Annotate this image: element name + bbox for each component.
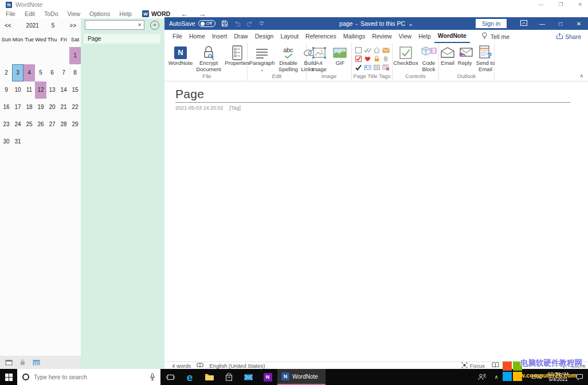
task-view-button[interactable] — [160, 369, 180, 385]
calendar-day-17[interactable]: 17 — [12, 99, 23, 116]
home-icon[interactable] — [372, 46, 381, 55]
mail-icon[interactable] — [238, 369, 258, 385]
calendar-day-16[interactable]: 16 — [1, 99, 12, 116]
tab-mailings[interactable]: Mailings — [340, 30, 369, 43]
calendar-day-26[interactable]: 26 — [35, 116, 46, 133]
menu-item-options[interactable]: Options — [85, 10, 115, 17]
microphone-icon[interactable] — [150, 373, 155, 381]
ribbon-display-options-icon[interactable] — [515, 20, 533, 27]
notes-search-input[interactable] — [85, 22, 135, 28]
calendar-year[interactable]: 2021 — [26, 22, 39, 29]
undo-icon[interactable] — [234, 21, 241, 26]
calendar-day-4[interactable]: 4 — [23, 64, 35, 81]
empty-checkbox-icon[interactable] — [354, 46, 363, 55]
menu-item-view[interactable]: View — [63, 10, 85, 17]
table-remove-icon[interactable] — [381, 63, 390, 72]
calendar-day-11[interactable]: 11 — [23, 81, 35, 99]
checked-checkbox-icon[interactable] — [354, 55, 363, 63]
calendar-day-28[interactable]: 28 — [58, 116, 69, 133]
calendar-day-3[interactable]: 3 — [12, 64, 23, 81]
window-minimize-button[interactable]: — — [538, 2, 543, 7]
word-toggle[interactable]: W WORD — [142, 10, 170, 17]
file-explorer-icon[interactable] — [199, 369, 219, 385]
calendar-day-2[interactable]: 2 — [1, 64, 12, 81]
calendar-day-22[interactable]: 22 — [69, 99, 81, 116]
sign-in-button[interactable]: Sign in — [476, 19, 507, 28]
read-mode-icon[interactable] — [492, 362, 499, 369]
language-status[interactable]: English (United States) — [209, 363, 265, 369]
calendar-day-5[interactable]: 5 — [35, 64, 46, 81]
calendar-day-13[interactable]: 13 — [46, 81, 58, 99]
tab-file[interactable]: File — [169, 30, 186, 43]
wordnote-button[interactable]: N WordNote — [167, 45, 194, 67]
calendar-prev-button[interactable]: << — [5, 22, 11, 29]
tab-wordnote[interactable]: WordNote — [434, 30, 470, 43]
calendar-day-24[interactable]: 24 — [12, 116, 23, 133]
tab-draw[interactable]: Draw — [230, 30, 252, 43]
store-icon[interactable] — [219, 369, 238, 385]
edge-icon[interactable]: e — [180, 369, 199, 385]
window-close-button[interactable]: ✕ — [578, 2, 582, 7]
tab-review[interactable]: Review — [369, 30, 395, 43]
email-button[interactable]: Email — [439, 45, 456, 67]
tag-lock-icon[interactable] — [20, 357, 25, 368]
calendar-day-9[interactable]: 9 — [1, 81, 12, 99]
save-icon[interactable] — [221, 20, 228, 27]
tell-me-button[interactable]: Tell me — [481, 32, 509, 41]
document-title-bar[interactable]: page - Saved to this PC ⌄ — [339, 20, 413, 27]
calendar-next-button[interactable]: >> — [69, 22, 76, 29]
wordnote-taskbar-button[interactable]: N WordNote — [277, 369, 326, 385]
tab-references[interactable]: References — [302, 30, 340, 43]
tab-insert[interactable]: Insert — [209, 30, 230, 43]
encrypt-document-button[interactable]: Encrypt Document — [194, 45, 223, 72]
tab-layout[interactable]: Layout — [277, 30, 302, 43]
tab-home[interactable]: Home — [186, 30, 209, 43]
taskbar-search-input[interactable] — [34, 374, 150, 380]
tab-view[interactable]: View — [395, 30, 415, 43]
clear-search-icon[interactable]: ✕ — [135, 22, 144, 28]
calendar-day-27[interactable]: 27 — [46, 116, 58, 133]
calendar-day-1[interactable]: 1 — [69, 47, 81, 64]
customize-toolbar-icon[interactable] — [259, 21, 264, 26]
word-count[interactable]: 4 words — [172, 363, 191, 369]
lock-icon[interactable] — [372, 55, 381, 63]
calendar-day-30[interactable]: 30 — [1, 133, 12, 150]
calendar-day-29[interactable]: 29 — [69, 116, 81, 133]
calendar-month[interactable]: 5 — [52, 22, 55, 29]
menu-item-edit[interactable]: Edit — [20, 10, 40, 17]
tab-help[interactable]: Help — [415, 30, 434, 43]
note-list-item[interactable]: Page — [84, 34, 160, 44]
note-window-icon[interactable] — [5, 357, 13, 368]
check-icon[interactable] — [354, 63, 363, 72]
word-close-button[interactable]: ✕ — [570, 21, 588, 27]
clock[interactable]: 10:36 AM 5/4/2021 — [544, 372, 572, 383]
calendar-day-7[interactable]: 7 — [58, 64, 69, 81]
send-to-email-button[interactable]: ? Send to Email — [473, 45, 497, 72]
calendar-day-21[interactable]: 21 — [58, 99, 69, 116]
calendar-day-23[interactable]: 23 — [1, 116, 12, 133]
show-hidden-icons-chevron[interactable]: ∧ — [489, 374, 503, 380]
taskbar-search[interactable] — [17, 369, 160, 385]
calendar-day-31[interactable]: 31 — [12, 133, 23, 150]
calendar-table-icon[interactable] — [33, 357, 40, 368]
heart-icon[interactable] — [363, 55, 372, 63]
calendar-day-6[interactable]: 6 — [46, 64, 58, 81]
window-restore-button[interactable]: ❐ — [558, 2, 563, 7]
start-button[interactable] — [0, 369, 17, 385]
zoom-slider[interactable] — [519, 363, 565, 368]
focus-button[interactable]: Focus — [461, 362, 485, 370]
autosave-toggle[interactable]: Off — [198, 20, 215, 27]
menu-item-file[interactable]: File — [0, 10, 20, 17]
gif-button[interactable]: GIF — [331, 45, 348, 67]
calendar-day-15[interactable]: 15 — [69, 81, 81, 99]
calendar-day-25[interactable]: 25 — [23, 116, 35, 133]
calendar-day-12[interactable]: 12 — [35, 81, 46, 99]
print-layout-icon[interactable] — [506, 361, 512, 370]
a4-image-button[interactable]: A4 Image — [309, 45, 329, 72]
collapse-ribbon-icon[interactable]: ∧ — [579, 73, 583, 79]
calendar-day-14[interactable]: 14 — [58, 81, 69, 99]
language-tray-button[interactable]: ENG — [530, 374, 544, 380]
paperclip-icon[interactable] — [381, 55, 390, 63]
redo-icon[interactable] — [246, 21, 253, 26]
calendar-day-10[interactable]: 10 — [12, 81, 23, 99]
